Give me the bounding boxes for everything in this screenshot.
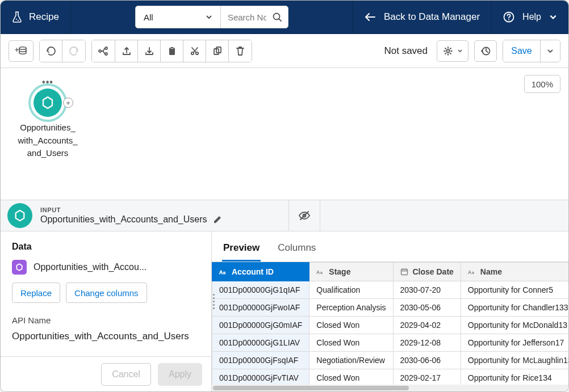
- table-cell[interactable]: Opportunity for McDonald13: [461, 317, 568, 334]
- column-header[interactable]: AaName: [461, 263, 568, 281]
- cut-button[interactable]: [183, 40, 206, 62]
- scrollbar-thumb[interactable]: [213, 386, 409, 390]
- tab-columns[interactable]: Columns: [277, 242, 317, 262]
- change-columns-button[interactable]: Change columns: [66, 283, 147, 303]
- table-cell[interactable]: 2029-04-02: [393, 317, 461, 334]
- table-cell[interactable]: Negotiation/Review: [309, 352, 393, 369]
- svg-rect-23: [401, 269, 407, 275]
- table-cell[interactable]: 001Dp00000GjG1qIAF: [212, 281, 309, 299]
- search-filter-label: All: [144, 12, 153, 22]
- table-cell[interactable]: 001Dp00000GjFsqIAF: [212, 352, 309, 369]
- replace-button[interactable]: Replace: [12, 283, 60, 303]
- topbar: Recipe All: [1, 1, 568, 34]
- toggle-preview-button[interactable]: [288, 200, 320, 231]
- hexagon-icon: [14, 209, 26, 222]
- table-row[interactable]: 001Dp00000GjG1LIAVClosed Won2029-12-08Op…: [212, 334, 569, 352]
- horizontal-scrollbar[interactable]: [212, 385, 568, 391]
- side-scroll[interactable]: Data Opportunities_with_Accou... Replace…: [1, 231, 211, 356]
- help-icon: [503, 11, 514, 23]
- input-badge: [7, 203, 32, 228]
- table-cell[interactable]: Closed Won: [309, 334, 393, 352]
- table-cell[interactable]: Opportunity for Rice134: [461, 369, 568, 385]
- toolbar-left: +: [9, 40, 252, 62]
- table-row[interactable]: 001Dp00000GjG0mIAFClosed Won2029-04-02Op…: [212, 317, 569, 334]
- delete-button[interactable]: [229, 40, 252, 62]
- node-add-button[interactable]: +: [63, 98, 73, 108]
- table-cell[interactable]: Opportunity for Conner5: [461, 281, 568, 299]
- history-button[interactable]: [474, 40, 497, 62]
- lower-panels: Data Opportunities_with_Accou... Replace…: [1, 231, 568, 391]
- download-button[interactable]: [138, 40, 161, 62]
- undo-button[interactable]: [40, 40, 62, 62]
- table-row[interactable]: 001Dp00000GjFvTIAVClosed Won2029-02-17Op…: [212, 369, 569, 385]
- recipe-title-segment: Recipe: [1, 1, 71, 33]
- table-cell[interactable]: Qualification: [309, 281, 393, 299]
- dataset-row[interactable]: Opportunities_with_Accou...: [12, 260, 200, 275]
- table-cell[interactable]: 2030-07-20: [393, 281, 461, 299]
- table-cell[interactable]: 2030-05-06: [393, 299, 461, 317]
- node-menu-button[interactable]: •••: [42, 81, 53, 84]
- grid-scroll[interactable]: AaAccount IDAaStageClose DateAaNameAa 00…: [212, 262, 568, 385]
- undo-icon: [46, 46, 56, 56]
- table-row[interactable]: 001Dp00000GjG1qIAFQualification2030-07-2…: [212, 281, 569, 299]
- preview-panel: Preview Columns AaAccount IDAaStageClose…: [212, 231, 568, 391]
- zoom-level[interactable]: 100%: [524, 75, 560, 93]
- column-header[interactable]: AaAccount ID: [212, 263, 309, 281]
- history-icon: [480, 46, 491, 56]
- back-to-data-manager[interactable]: Back to Data Manager: [365, 11, 480, 23]
- table-cell[interactable]: Opportunity for Jefferson17: [461, 334, 568, 352]
- api-name-value: Opportunities_with_Accounts_and_Users: [12, 331, 200, 342]
- node-core[interactable]: [34, 88, 62, 117]
- resize-handle[interactable]: [211, 294, 216, 309]
- search-input[interactable]: [227, 12, 267, 23]
- dataflow-button[interactable]: [92, 40, 115, 62]
- input-node[interactable]: ••• + Opportunities_ with_Accounts_ and_…: [11, 81, 85, 160]
- table-row[interactable]: 001Dp00000GjFsqIAFNegotiation/Review2030…: [212, 352, 569, 369]
- column-header[interactable]: AaStage: [309, 263, 393, 281]
- pencil-icon[interactable]: [213, 215, 222, 224]
- tab-preview[interactable]: Preview: [222, 242, 261, 262]
- trash-icon: [236, 46, 245, 56]
- help-menu[interactable]: Help: [503, 11, 557, 23]
- upload-button[interactable]: [115, 40, 138, 62]
- svg-point-2: [273, 14, 279, 20]
- chevron-down-icon: [547, 48, 553, 54]
- table-cell[interactable]: 001Dp00000GjG0mIAF: [212, 317, 309, 334]
- chevron-down-icon: [206, 14, 212, 20]
- node-label: Opportunities_ with_Accounts_ and_Users: [18, 121, 77, 160]
- cancel-button[interactable]: Cancel: [101, 363, 151, 386]
- column-header[interactable]: Close Date: [393, 263, 461, 281]
- data-grid: AaAccount IDAaStageClose DateAaNameAa 00…: [212, 262, 568, 385]
- chevron-down-icon: [549, 13, 557, 21]
- scissors-icon: [190, 46, 200, 56]
- table-cell[interactable]: 001Dp00000GjFvTIAV: [212, 369, 309, 385]
- copy-button[interactable]: [206, 40, 229, 62]
- table-cell[interactable]: Opportunity for McLaughlin130: [461, 352, 568, 369]
- table-cell[interactable]: 2030-06-06: [393, 352, 461, 369]
- table-cell[interactable]: Closed Won: [309, 317, 393, 334]
- table-cell[interactable]: 2029-02-17: [393, 369, 461, 385]
- apply-button[interactable]: Apply: [158, 363, 202, 386]
- save-button[interactable]: Save: [503, 40, 541, 62]
- table-cell[interactable]: Opportunity for Chandler133: [461, 299, 568, 317]
- svg-text:a: a: [320, 271, 323, 275]
- search-filter-dropdown[interactable]: All: [136, 6, 221, 28]
- table-cell[interactable]: 001Dp00000GjFwoIAF: [212, 299, 309, 317]
- node-core-wrap: +: [34, 88, 62, 117]
- table-cell[interactable]: 001Dp00000GjG1LIAV: [212, 334, 309, 352]
- side-panel: Data Opportunities_with_Accou... Replace…: [1, 231, 212, 391]
- redo-button[interactable]: [62, 40, 85, 62]
- help-label: Help: [522, 12, 541, 22]
- table-cell[interactable]: Closed Won: [309, 369, 393, 385]
- edit-tools-group: [91, 40, 252, 62]
- table-row[interactable]: 001Dp00000GjFwoIAFPerception Analysis203…: [212, 299, 569, 317]
- save-menu-button[interactable]: [541, 40, 560, 62]
- gear-icon: [443, 46, 453, 56]
- table-cell[interactable]: 2029-12-08: [393, 334, 461, 352]
- recipe-canvas[interactable]: 100% ••• + Opportunities_ with_Accounts_…: [1, 68, 568, 200]
- add-data-button[interactable]: +: [9, 40, 34, 62]
- settings-button[interactable]: [437, 40, 468, 62]
- clipboard-button[interactable]: [161, 40, 183, 62]
- table-cell[interactable]: Perception Analysis: [309, 299, 393, 317]
- add-data-icon: +: [15, 45, 27, 57]
